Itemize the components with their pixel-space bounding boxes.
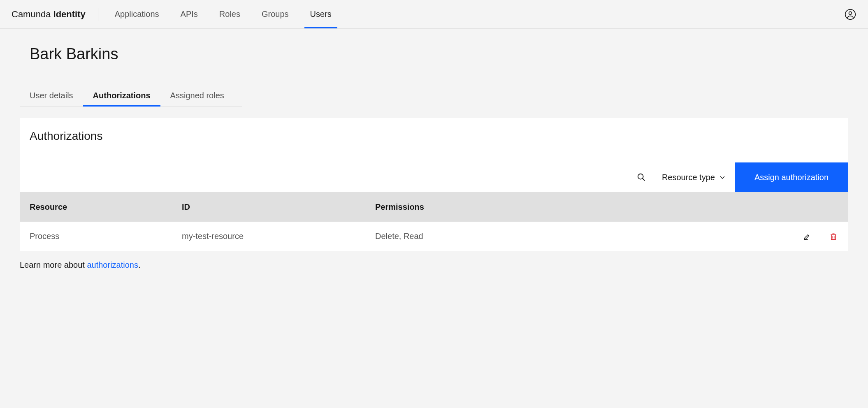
table-header: Resource ID Permissions bbox=[20, 192, 848, 222]
main-content: Bark Barkins User detailsAuthorizationsA… bbox=[0, 29, 868, 286]
top-nav-item-groups[interactable]: Groups bbox=[251, 0, 299, 28]
top-nav-item-apis[interactable]: APIs bbox=[170, 0, 209, 28]
top-nav: ApplicationsAPIsRolesGroupsUsers bbox=[104, 0, 342, 28]
sub-tab-user-details[interactable]: User details bbox=[20, 86, 83, 106]
card-title: Authorizations bbox=[20, 118, 848, 162]
svg-rect-5 bbox=[831, 234, 836, 239]
header-resource: Resource bbox=[30, 202, 182, 212]
edit-button[interactable] bbox=[802, 232, 812, 241]
svg-point-2 bbox=[638, 174, 643, 179]
brand-name: Identity bbox=[53, 9, 86, 19]
table-body: Processmy-test-resourceDelete, Read bbox=[20, 222, 848, 251]
card-toolbar: Resource type Assign authorization bbox=[20, 162, 848, 192]
table-row: Processmy-test-resourceDelete, Read bbox=[20, 222, 848, 251]
assign-authorization-button[interactable]: Assign authorization bbox=[735, 162, 848, 192]
sub-tab-authorizations[interactable]: Authorizations bbox=[83, 86, 160, 106]
cell-permissions: Delete, Read bbox=[375, 232, 781, 241]
authorizations-card: Authorizations Resource type Assign auth… bbox=[20, 118, 848, 251]
learn-more: Learn more about authorizations. bbox=[20, 260, 848, 270]
cell-resource: Process bbox=[30, 232, 182, 241]
cell-id: my-test-resource bbox=[182, 232, 375, 241]
header-permissions: Permissions bbox=[375, 202, 781, 212]
edit-icon bbox=[803, 232, 811, 241]
svg-line-3 bbox=[643, 178, 645, 181]
authorizations-link[interactable]: authorizations bbox=[87, 260, 138, 269]
cell-actions bbox=[781, 232, 838, 241]
search-icon bbox=[637, 173, 646, 182]
resource-type-filter[interactable]: Resource type bbox=[653, 162, 735, 192]
header-divider bbox=[98, 8, 98, 21]
svg-point-1 bbox=[849, 12, 852, 14]
search-button[interactable] bbox=[630, 162, 653, 192]
sub-tab-assigned-roles[interactable]: Assigned roles bbox=[160, 86, 234, 106]
app-header: Camunda Identity ApplicationsAPIsRolesGr… bbox=[0, 0, 868, 29]
learn-more-lead: Learn more about bbox=[20, 260, 87, 269]
sub-tabs: User detailsAuthorizationsAssigned roles bbox=[20, 86, 242, 107]
delete-button[interactable] bbox=[829, 232, 838, 241]
assign-label: Assign authorization bbox=[754, 173, 829, 182]
page-title: Bark Barkins bbox=[30, 45, 848, 63]
top-nav-item-applications[interactable]: Applications bbox=[104, 0, 170, 28]
top-nav-item-users[interactable]: Users bbox=[299, 0, 342, 28]
brand-prefix: Camunda bbox=[12, 9, 53, 19]
filter-label: Resource type bbox=[662, 173, 715, 182]
header-id: ID bbox=[182, 202, 375, 212]
user-avatar-button[interactable] bbox=[844, 8, 856, 21]
trash-icon bbox=[829, 232, 838, 241]
user-icon bbox=[845, 9, 856, 20]
learn-more-tail: . bbox=[138, 260, 141, 269]
top-nav-item-roles[interactable]: Roles bbox=[209, 0, 251, 28]
brand: Camunda Identity bbox=[12, 9, 98, 20]
chevron-down-icon bbox=[719, 174, 726, 181]
